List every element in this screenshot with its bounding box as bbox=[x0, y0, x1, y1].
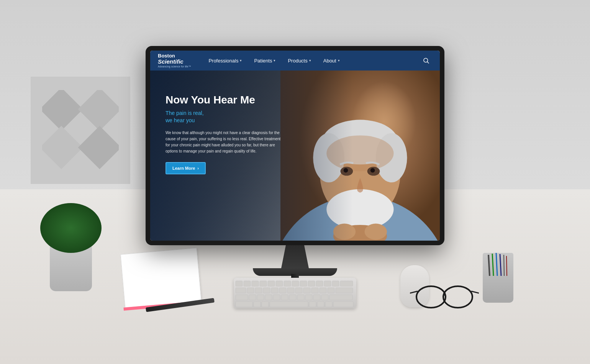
hero-content: Now You Hear Me The pain is real,we hear… bbox=[166, 93, 284, 174]
svg-point-77 bbox=[443, 286, 472, 308]
svg-line-72 bbox=[504, 255, 504, 276]
svg-rect-31 bbox=[316, 281, 323, 286]
svg-rect-66 bbox=[325, 302, 332, 307]
svg-rect-67 bbox=[333, 302, 353, 307]
svg-rect-47 bbox=[336, 288, 353, 293]
svg-rect-63 bbox=[270, 302, 308, 307]
hero-section: Now You Hear Me The pain is real,we hear… bbox=[150, 71, 440, 241]
svg-rect-21 bbox=[236, 281, 243, 286]
svg-rect-1 bbox=[78, 90, 119, 131]
svg-rect-25 bbox=[268, 281, 275, 286]
svg-rect-26 bbox=[276, 281, 283, 286]
monitor: Boston Scientific Advancing science for … bbox=[146, 46, 444, 293]
svg-rect-39 bbox=[271, 288, 278, 293]
svg-rect-46 bbox=[328, 288, 334, 293]
svg-rect-24 bbox=[260, 281, 267, 286]
hero-subheadline: The pain is real,we hear you bbox=[166, 110, 284, 125]
svg-line-75 bbox=[471, 291, 479, 293]
chevron-down-icon: ▾ bbox=[240, 59, 242, 62]
logo-scientific: Scientific bbox=[158, 59, 184, 65]
hero-body: We know that although you might not have… bbox=[166, 130, 284, 154]
site-nav: Boston Scientific Advancing science for … bbox=[150, 51, 440, 71]
svg-rect-40 bbox=[279, 288, 286, 293]
logo-tagline: Advancing science for life™ bbox=[158, 65, 191, 68]
svg-point-76 bbox=[416, 286, 446, 308]
svg-rect-55 bbox=[297, 295, 304, 300]
svg-line-68 bbox=[488, 255, 490, 276]
svg-rect-23 bbox=[252, 281, 259, 286]
svg-rect-52 bbox=[273, 295, 280, 300]
pencil-holder bbox=[483, 253, 513, 303]
wall-art bbox=[31, 77, 130, 184]
svg-rect-22 bbox=[244, 281, 251, 286]
keyboard[interactable] bbox=[234, 278, 356, 308]
search-button[interactable] bbox=[420, 54, 432, 67]
nav-label-about: About bbox=[323, 58, 336, 64]
logo-boston: Boston bbox=[158, 53, 175, 59]
svg-line-70 bbox=[496, 253, 497, 276]
hero-headline: Now You Hear Me bbox=[166, 93, 284, 107]
svg-rect-35 bbox=[236, 288, 246, 293]
svg-rect-64 bbox=[309, 302, 316, 307]
svg-line-71 bbox=[500, 254, 501, 276]
svg-rect-65 bbox=[317, 302, 324, 307]
svg-rect-38 bbox=[263, 288, 270, 293]
svg-rect-36 bbox=[247, 288, 254, 293]
svg-rect-49 bbox=[249, 295, 256, 300]
svg-rect-2 bbox=[42, 126, 83, 169]
svg-line-69 bbox=[492, 254, 493, 276]
svg-rect-62 bbox=[262, 302, 269, 307]
nav-item-products[interactable]: Products ▾ bbox=[282, 51, 317, 71]
svg-line-5 bbox=[427, 62, 429, 63]
svg-rect-56 bbox=[305, 295, 312, 300]
nav-item-patients[interactable]: Patients ▾ bbox=[248, 51, 282, 71]
svg-rect-34 bbox=[340, 281, 353, 286]
svg-rect-59 bbox=[329, 295, 352, 300]
svg-rect-58 bbox=[321, 295, 328, 300]
svg-rect-60 bbox=[236, 302, 252, 307]
svg-rect-44 bbox=[311, 288, 318, 293]
nav-label-patients: Patients bbox=[254, 58, 272, 64]
svg-rect-41 bbox=[287, 288, 294, 293]
learn-more-button[interactable]: Learn More › bbox=[166, 162, 206, 174]
svg-rect-57 bbox=[313, 295, 320, 300]
svg-rect-37 bbox=[255, 288, 262, 293]
plant bbox=[40, 203, 102, 291]
glasses bbox=[410, 284, 479, 310]
cta-arrow-icon: › bbox=[197, 166, 199, 171]
svg-rect-48 bbox=[236, 295, 248, 300]
nav-item-about[interactable]: About ▾ bbox=[317, 51, 346, 71]
svg-point-4 bbox=[424, 58, 428, 62]
svg-rect-53 bbox=[281, 295, 288, 300]
monitor-frame: Boston Scientific Advancing science for … bbox=[146, 46, 444, 245]
svg-rect-27 bbox=[284, 281, 291, 286]
svg-rect-3 bbox=[78, 126, 119, 169]
svg-rect-33 bbox=[332, 281, 339, 286]
chevron-down-icon: ▾ bbox=[274, 59, 275, 62]
svg-rect-42 bbox=[295, 288, 302, 293]
cta-label: Learn More bbox=[172, 166, 195, 171]
nav-label-professionals: Professionals bbox=[208, 58, 238, 64]
svg-rect-43 bbox=[303, 288, 310, 293]
svg-rect-0 bbox=[42, 90, 83, 131]
svg-rect-29 bbox=[300, 281, 307, 286]
monitor-stand-neck bbox=[280, 245, 310, 268]
nav-label-products: Products bbox=[288, 58, 307, 64]
search-icon bbox=[423, 57, 429, 64]
chevron-down-icon: ▾ bbox=[309, 59, 311, 62]
nav-items: Professionals ▾ Patients ▾ Products ▾ Ab… bbox=[202, 51, 420, 71]
svg-rect-28 bbox=[292, 281, 299, 286]
svg-rect-32 bbox=[324, 281, 331, 286]
plant-leaves bbox=[40, 203, 102, 253]
svg-rect-50 bbox=[257, 295, 264, 300]
svg-line-73 bbox=[506, 256, 507, 276]
svg-rect-61 bbox=[254, 302, 261, 307]
svg-rect-51 bbox=[265, 295, 272, 300]
logo[interactable]: Boston Scientific Advancing science for … bbox=[158, 53, 191, 68]
svg-rect-54 bbox=[289, 295, 296, 300]
monitor-screen: Boston Scientific Advancing science for … bbox=[150, 51, 440, 241]
svg-line-74 bbox=[410, 291, 418, 293]
svg-rect-30 bbox=[308, 281, 315, 286]
nav-item-professionals[interactable]: Professionals ▾ bbox=[202, 51, 248, 71]
chevron-down-icon: ▾ bbox=[338, 59, 340, 62]
